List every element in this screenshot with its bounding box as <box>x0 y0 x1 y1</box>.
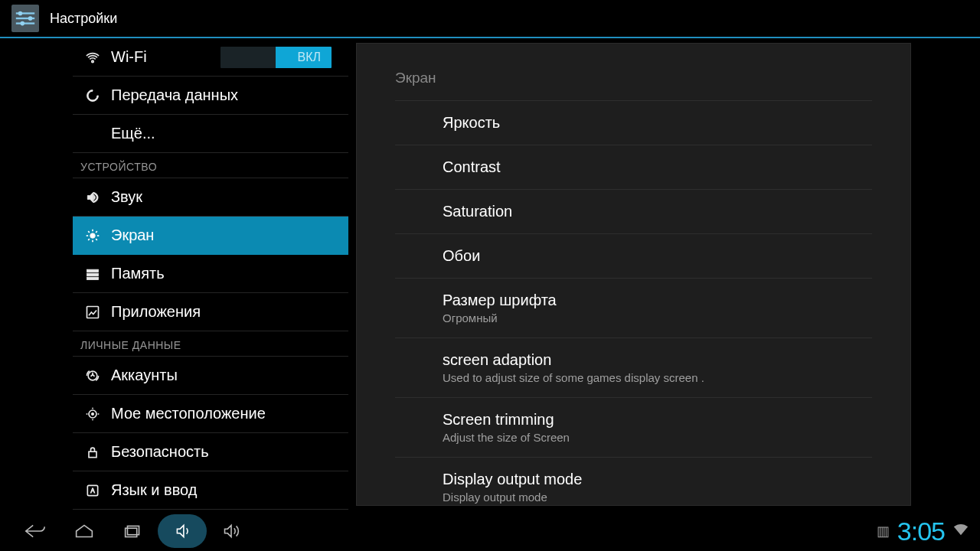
system-navbar: ▥ 3:05 <box>0 511 980 551</box>
panel-item-title: Яркость <box>443 114 872 132</box>
svg-rect-25 <box>89 452 96 458</box>
home-button[interactable] <box>60 514 109 548</box>
panel-item-title: Saturation <box>443 203 872 220</box>
sidebar-item-label: Аккаунты <box>111 367 348 384</box>
detail-panel-container: Экран Яркость Contrast Saturation Обои Р… <box>348 38 980 513</box>
panel-item-display-output[interactable]: Display output mode Display output mode <box>395 458 872 506</box>
panel-item-sub: Display output mode <box>443 491 872 504</box>
panel-item-saturation[interactable]: Saturation <box>395 190 872 234</box>
panel-item-title: Screen trimming <box>443 411 872 429</box>
titlebar: Настройки <box>0 0 980 38</box>
sidebar-item-security[interactable]: Безопасность <box>73 433 348 471</box>
panel-item-title: screen adaption <box>443 351 872 369</box>
panel-item-contrast[interactable]: Contrast <box>395 145 872 190</box>
sidebar-item-label: Язык и ввод <box>111 481 348 499</box>
sidebar-item-data-usage[interactable]: Передача данных <box>73 77 348 115</box>
sidebar-item-label: Передача данных <box>111 86 348 104</box>
sidebar-item-storage[interactable]: Память <box>73 255 348 293</box>
volume-down-button[interactable] <box>158 514 207 548</box>
svg-point-4 <box>28 16 33 21</box>
apps-icon <box>82 305 103 320</box>
panel-item-title: Размер шрифта <box>443 292 872 309</box>
svg-line-14 <box>88 239 90 240</box>
panel-header: Экран <box>395 70 872 101</box>
sidebar-item-label: Приложения <box>111 303 348 321</box>
language-icon: A <box>82 483 103 498</box>
page-title: Настройки <box>50 11 117 27</box>
sidebar-item-apps[interactable]: Приложения <box>73 293 348 331</box>
detail-panel: Экран Яркость Contrast Saturation Обои Р… <box>356 43 911 506</box>
sidebar-item-label: Ещё... <box>111 125 348 142</box>
sidebar-item-label: Wi-Fi <box>111 48 220 66</box>
panel-item-screen-trimming[interactable]: Screen trimming Adjust the size of Scree… <box>395 398 872 458</box>
recent-apps-button[interactable] <box>109 514 158 548</box>
svg-line-13 <box>96 231 97 233</box>
svg-point-3 <box>18 11 23 16</box>
sidebar-item-label: Память <box>111 265 348 282</box>
sidebar-item-language[interactable]: A Язык и ввод <box>73 471 348 510</box>
settings-icon <box>11 5 39 32</box>
sound-icon <box>82 190 103 205</box>
sidebar-item-more[interactable]: Ещё... <box>73 115 348 153</box>
sd-card-icon: ▥ <box>877 523 890 540</box>
svg-point-6 <box>90 233 96 238</box>
panel-item-screen-adaption[interactable]: screen adaption Used to adjust size of s… <box>395 338 872 398</box>
svg-text:A: A <box>90 487 95 494</box>
sidebar-item-label: Мое местоположение <box>111 405 348 422</box>
panel-item-sub: Adjust the size of Screen <box>443 431 872 444</box>
sidebar-section-personal: ЛИЧНЫЕ ДАННЫЕ <box>73 331 348 357</box>
sidebar-item-display[interactable]: Экран <box>73 217 348 255</box>
wifi-icon <box>82 50 103 65</box>
svg-rect-18 <box>87 306 99 318</box>
panel-item-wallpaper[interactable]: Обои <box>395 234 872 279</box>
data-usage-icon <box>82 88 103 103</box>
sidebar-item-label: Звук <box>111 188 348 206</box>
storage-icon <box>82 266 103 282</box>
sidebar-item-wifi[interactable]: Wi-Fi ВКЛ <box>73 38 348 77</box>
svg-rect-16 <box>87 273 99 276</box>
status-clock: 3:05 <box>897 517 945 546</box>
back-button[interactable] <box>11 514 60 548</box>
wifi-status-icon <box>952 521 969 541</box>
svg-rect-15 <box>87 269 99 272</box>
panel-item-title: Contrast <box>443 158 872 176</box>
volume-up-button[interactable] <box>207 514 256 548</box>
location-icon <box>82 406 103 422</box>
sidebar-item-location[interactable]: Мое местоположение <box>73 395 348 433</box>
svg-rect-17 <box>87 277 99 279</box>
sidebar-item-sound[interactable]: Звук <box>73 178 348 217</box>
settings-sidebar: Wi-Fi ВКЛ Передача данных Ещё... УСТРОЙС… <box>0 38 348 513</box>
panel-item-brightness[interactable]: Яркость <box>395 101 872 145</box>
panel-item-title: Обои <box>443 247 872 265</box>
panel-item-title: Display output mode <box>443 471 872 488</box>
svg-line-12 <box>96 239 97 240</box>
panel-item-sub: Огромный <box>443 311 872 324</box>
sidebar-section-device: УСТРОЙСТВО <box>73 153 348 178</box>
svg-point-5 <box>20 21 24 26</box>
svg-line-11 <box>88 231 90 233</box>
wifi-toggle[interactable]: ВКЛ <box>220 47 332 68</box>
sidebar-item-accounts[interactable]: Аккаунты <box>73 357 348 395</box>
panel-item-sub: Used to adjust size of some games displa… <box>443 371 872 384</box>
sidebar-item-label: Безопасность <box>111 443 348 461</box>
accounts-icon <box>82 368 103 383</box>
svg-point-20 <box>91 412 93 415</box>
lock-icon <box>82 445 103 460</box>
display-icon <box>82 228 103 243</box>
panel-item-font-size[interactable]: Размер шрифта Огромный <box>395 279 872 338</box>
sidebar-item-label: Экран <box>111 227 348 244</box>
